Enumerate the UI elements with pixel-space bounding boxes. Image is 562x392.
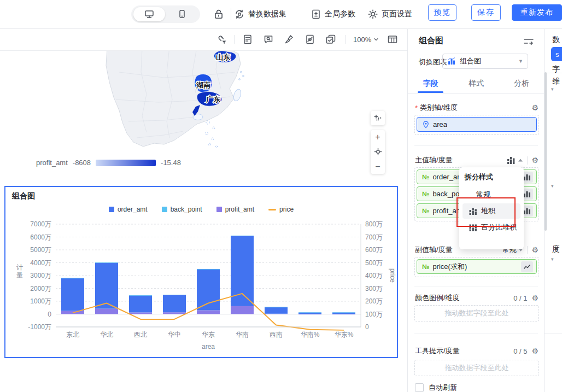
chevron-down-icon[interactable]: ▾ <box>551 256 554 262</box>
link-filter-button[interactable] <box>216 34 227 45</box>
panel-scrollbar[interactable] <box>545 72 547 231</box>
legend-item-order_amt[interactable]: order_amt <box>109 206 148 213</box>
legend-item-back_point[interactable]: back_point <box>162 206 202 213</box>
lock-button[interactable] <box>213 8 225 20</box>
chevron-down-icon[interactable]: ▾ <box>551 86 554 92</box>
secondary-axis-gear-icon[interactable]: ⚙ <box>531 246 538 254</box>
field-chip-label: back_poi <box>432 190 461 198</box>
desktop-toggle-button[interactable] <box>133 7 165 21</box>
right-axis-tick: 600万 <box>365 246 383 254</box>
tooltip-gear-icon[interactable]: ⚙ <box>531 347 538 355</box>
brush-icon <box>284 34 295 45</box>
comment-search-icon <box>263 34 274 45</box>
global-params-button[interactable]: 全局参数 <box>311 8 355 21</box>
bar-profit_amt-西北 <box>129 312 152 314</box>
field-chip-price(求和)[interactable]: №price(求和) <box>417 259 537 274</box>
top-toolbar: 替换数据集 全局参数 页面设置 预览 保存 重新发布 <box>0 0 562 29</box>
primary-axis-section-header: 主值轴/度量 ⚙ <box>415 155 538 165</box>
secondary-axis-dropzone[interactable]: №price(求和) <box>414 257 539 277</box>
color-legend-gear-icon[interactable]: ⚙ <box>531 294 538 302</box>
measure-group-label: 度 <box>552 244 560 254</box>
bar-profit_amt-华北 <box>95 309 118 314</box>
collapse-panel-icon[interactable] <box>523 37 535 46</box>
preview-button[interactable]: 预览 <box>428 4 456 21</box>
bar-order_amt-西北 <box>129 295 152 312</box>
note-icon <box>242 34 253 45</box>
bar-profit_amt-华南 <box>231 306 254 314</box>
mobile-toggle-button[interactable] <box>166 7 198 21</box>
field-chip-label: price(求和) <box>432 262 467 272</box>
auto-refresh-checkbox[interactable]: 自动刷新 <box>415 383 457 392</box>
category-axis-dropzone[interactable]: area <box>414 115 539 135</box>
bar-profit_amt-华东 <box>197 310 220 314</box>
checkbox-stack-icon <box>325 34 336 45</box>
tooltip-dropzone[interactable]: 拖动数据字段至此处 <box>414 360 539 376</box>
legend-label: back_point <box>171 206 202 213</box>
geo-pin-icon <box>422 121 430 128</box>
batch-select-button[interactable] <box>325 34 336 45</box>
field-chip-label: order_an <box>432 173 461 181</box>
map-center-button[interactable] <box>371 145 385 159</box>
save-button[interactable]: 保存 <box>471 4 501 21</box>
strip-divider <box>545 73 562 73</box>
right-axis-tick: 400万 <box>365 272 383 279</box>
left-axis-tick: -1000万 <box>28 323 51 331</box>
tab-分析[interactable]: 分析 <box>499 74 545 93</box>
legend-label: order_amt <box>118 206 148 213</box>
map-legend-max: -15.48 <box>161 159 181 167</box>
color-legend-dropzone[interactable]: 拖动数据字段至此处 <box>414 305 539 321</box>
tab-字段[interactable]: 字段 <box>408 74 453 93</box>
category-axis-section-header: * 类别轴/维度 ⚙ <box>415 103 538 113</box>
map-zoom-in-button[interactable]: + <box>371 131 385 144</box>
zoom-level-select[interactable]: 100% <box>353 34 379 45</box>
primary-axis-gear-icon[interactable]: ⚙ <box>531 156 538 164</box>
left-axis-title: 计量 <box>16 264 23 279</box>
grid-layout-button[interactable] <box>387 34 398 45</box>
chevron-down-icon[interactable]: ▾ <box>551 183 554 189</box>
page-settings-button[interactable]: 页面设置 <box>367 8 412 21</box>
combo-chart-plot: 7000万6000万5000万4000万3000万2000万1000万0-100… <box>5 218 397 356</box>
tab-样式[interactable]: 样式 <box>453 74 499 93</box>
x-axis-tick: 华北 <box>100 331 113 338</box>
right-axis-tick: 100万 <box>365 311 383 318</box>
split-style-menu-title: 拆分样式 <box>459 172 524 182</box>
map-widget[interactable]: 山东湖南广东 profit_amt -8608 -15.48 <box>0 50 405 182</box>
x-axis-tick: 华南 <box>236 331 249 338</box>
header-separator <box>527 156 528 165</box>
map-drag-select-button[interactable] <box>371 111 385 125</box>
right-axis-tick: 200万 <box>365 297 383 305</box>
province-label-湖南: 湖南 <box>196 81 210 89</box>
right-axis-tick: 300万 <box>365 285 383 292</box>
locate-icon <box>374 148 382 156</box>
replace-dataset-button[interactable]: 替换数据集 <box>234 8 286 21</box>
split-style-button[interactable] <box>507 156 523 164</box>
legend-item-profit_amt[interactable]: profit_amt <box>216 206 254 213</box>
legend-item-price[interactable]: price <box>268 206 294 213</box>
category-axis-gear-icon[interactable]: ⚙ <box>531 104 538 112</box>
comment-search-button[interactable] <box>263 34 274 45</box>
chart-type-select[interactable]: 组合图 ▼ <box>442 54 528 69</box>
bar-chart-mini-icon <box>523 191 531 197</box>
map-legend-min: -8608 <box>73 159 91 167</box>
left-axis-tick: 0 <box>48 311 51 318</box>
bar-back_point-华中 <box>163 295 186 295</box>
map-zoom-out-button[interactable]: − <box>371 160 385 173</box>
republish-button[interactable]: 重新发布 <box>512 4 562 21</box>
dataset-badge[interactable]: s <box>551 47 562 61</box>
field-chip-area[interactable]: area <box>417 117 537 132</box>
drag-select-icon <box>373 114 382 122</box>
x-axis-tick: 华东 <box>202 331 215 338</box>
chip-chart-type-button[interactable] <box>521 261 533 272</box>
clean-brush-button[interactable] <box>284 34 295 45</box>
measure-icon: № <box>422 263 429 271</box>
legend-label: price <box>279 206 294 213</box>
note-button[interactable] <box>242 34 253 45</box>
color-legend-count: 0 / 1 <box>513 294 527 302</box>
sea-islands-dashed <box>206 121 218 148</box>
hidden-component-button[interactable] <box>305 34 315 45</box>
bar-profit_amt-华中 <box>163 312 186 314</box>
combo-chart-widget[interactable]: 组合图 order_amtback_pointprofit_amtprice 7… <box>4 186 398 358</box>
map-gradient-bar <box>96 160 156 166</box>
mobile-icon <box>177 9 187 19</box>
toolbar-divider <box>231 8 231 20</box>
